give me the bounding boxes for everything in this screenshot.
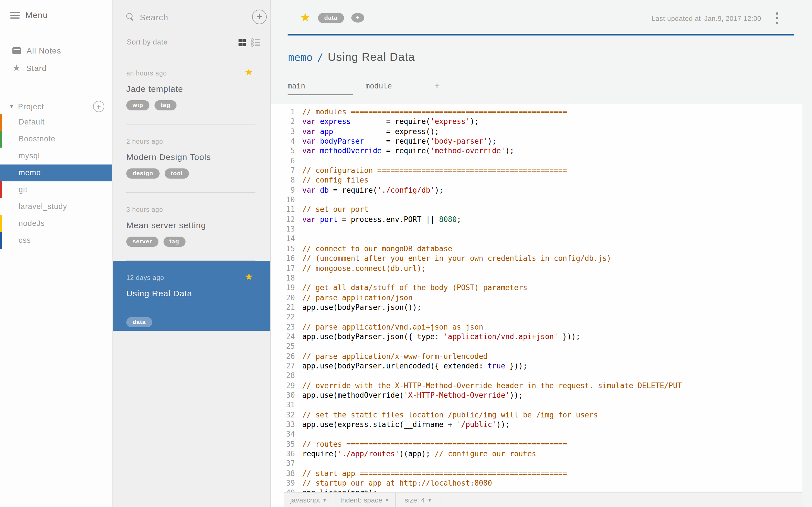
new-note-button[interactable]: + [252, 10, 267, 24]
folder-color-bar [0, 114, 2, 131]
folder-label: memo [18, 168, 41, 177]
tab-main[interactable]: main [288, 78, 353, 95]
sidebar-folder-nodeJs[interactable]: nodeJs [0, 215, 112, 232]
notes-list: an hours ago★Jade templatewiptag2 hours … [113, 56, 270, 331]
menu-button[interactable]: Menu [10, 10, 48, 20]
sidebar-folder-css[interactable]: css [0, 232, 112, 249]
line-number: 17 [271, 263, 298, 273]
code-text: require('./app/routes')(app); // configu… [298, 449, 802, 459]
line-number: 29 [271, 381, 298, 390]
sidebar-item-starred[interactable]: ★ Stard [12, 64, 47, 73]
code-line: 29// override with the X-HTTP-Method-Ove… [271, 381, 802, 390]
code-text: // (uncomment after you enter in your ow… [298, 253, 802, 263]
note-list-item[interactable]: 3 hours agoMean server settingservertag [113, 193, 270, 261]
language-dropdown[interactable]: javascript▾ [284, 493, 333, 507]
tag-pill: server [126, 237, 158, 246]
sidebar-folder-Boostnote[interactable]: Boostnote [0, 131, 112, 148]
search-input[interactable] [140, 12, 252, 22]
note-list-item[interactable]: 2 hours agoModern Design Toolsdesigntool [113, 124, 270, 193]
tab-module[interactable]: module [365, 78, 410, 95]
indent-size-dropdown[interactable]: size: 4▾ [396, 493, 441, 507]
boostnote-window: Menu All Notes ★ Stard ▼ Project + Defau… [0, 0, 812, 507]
code-text [298, 273, 802, 283]
folder-color-bar [0, 181, 2, 198]
kebab-menu-icon[interactable] [774, 12, 780, 24]
code-text: // config files [298, 175, 802, 185]
code-line: 25 [271, 342, 802, 351]
code-text: var methodOverride = require('method-ove… [298, 146, 802, 156]
project-header[interactable]: ▼ Project + [9, 100, 104, 113]
search-bar: + [126, 8, 260, 26]
last-updated: Last updated atJan.9, 2017 12:00 [652, 15, 761, 22]
line-number: 25 [271, 342, 298, 351]
grid-view-icon[interactable] [239, 39, 246, 46]
breadcrumb-separator: / [317, 51, 323, 63]
line-number: 3 [271, 126, 298, 136]
add-folder-button[interactable]: + [93, 101, 104, 112]
code-editor[interactable]: 1// modules ============================… [271, 104, 802, 507]
code-text: // modules =============================… [298, 107, 802, 117]
code-line: 20// parse application/json [271, 293, 802, 302]
code-text [298, 430, 802, 439]
line-number: 38 [271, 468, 298, 478]
line-number: 1 [271, 107, 298, 117]
all-notes-label: All Notes [27, 46, 61, 55]
breadcrumb-folder[interactable]: memo [288, 51, 313, 63]
code-text: var bodyParser = require('body-parser'); [298, 136, 802, 146]
code-text: var port = process.env.PORT || 8080; [298, 215, 802, 224]
sort-by-dropdown[interactable]: Sort by date [127, 38, 239, 46]
code-area: 1// modules ============================… [271, 104, 802, 498]
note-title-field[interactable]: Using Real Data [327, 51, 415, 64]
line-number: 35 [271, 439, 298, 449]
line-number: 20 [271, 293, 298, 302]
code-text: // routes ==============================… [298, 439, 802, 449]
folder-color-bar [0, 131, 2, 148]
line-number: 39 [271, 478, 298, 488]
folder-color-bar [0, 215, 2, 232]
chevron-down-icon: ▼ [9, 104, 14, 109]
note-list-item[interactable]: 12 days ago★Using Real Datadata [113, 261, 270, 331]
sidebar-folder-Default[interactable]: Default [0, 114, 112, 131]
code-text: app.use(express.static(__dirname + '/pub… [298, 420, 802, 430]
sidebar-folder-git[interactable]: git [0, 181, 112, 198]
editor-status-bar: javascript▾ Indent: space▾ size: 4▾ [284, 492, 802, 507]
code-text: app.use(bodyParser.json({ type: 'applica… [298, 332, 802, 342]
add-tag-button[interactable]: + [351, 13, 364, 23]
code-text [298, 224, 802, 234]
indent-dropdown[interactable]: Indent: space▾ [333, 493, 396, 507]
code-text [298, 400, 802, 410]
tag-pill[interactable]: data [318, 13, 344, 23]
sidebar-folder-memo[interactable]: memo [0, 165, 112, 181]
code-line: 38// start app =========================… [271, 468, 802, 478]
code-line: 1// modules ============================… [271, 107, 802, 117]
caret-down-icon: ▾ [428, 497, 431, 503]
sidebar-folder-laravel_study[interactable]: laravel_study [0, 198, 112, 215]
caret-down-icon: ▾ [386, 497, 388, 503]
last-updated-label: Last updated at [652, 15, 701, 22]
folder-label: Boostnote [18, 135, 56, 143]
star-toggle-icon[interactable]: ★ [300, 11, 311, 23]
code-text: var express = require('express'); [298, 117, 802, 127]
header-divider [288, 34, 794, 36]
line-number: 22 [271, 312, 298, 322]
sidebar-folder-mysql[interactable]: mysql [0, 148, 112, 165]
tag-pill: wip [126, 100, 149, 110]
note-title: Modern Design Tools [126, 152, 258, 162]
line-number: 15 [271, 244, 298, 254]
note-list-item[interactable]: an hours ago★Jade templatewiptag [113, 56, 270, 124]
line-number: 31 [271, 400, 298, 410]
code-text [298, 312, 802, 322]
list-view-icon[interactable] [251, 39, 260, 46]
tag-pill: design [126, 168, 160, 178]
code-line: 13 [271, 224, 802, 234]
code-text: var app = express(); [298, 126, 802, 136]
line-number: 6 [271, 156, 298, 166]
code-text: // set the static files location /public… [298, 410, 802, 420]
menu-label: Menu [26, 10, 48, 20]
starred-label: Stard [26, 64, 47, 73]
code-line: 8// config files [271, 175, 802, 185]
sidebar-item-all-notes[interactable]: All Notes [12, 46, 61, 55]
line-number: 18 [271, 273, 298, 283]
add-tab-button[interactable]: + [434, 80, 440, 92]
code-line: 5var methodOverride = require('method-ov… [271, 146, 802, 156]
